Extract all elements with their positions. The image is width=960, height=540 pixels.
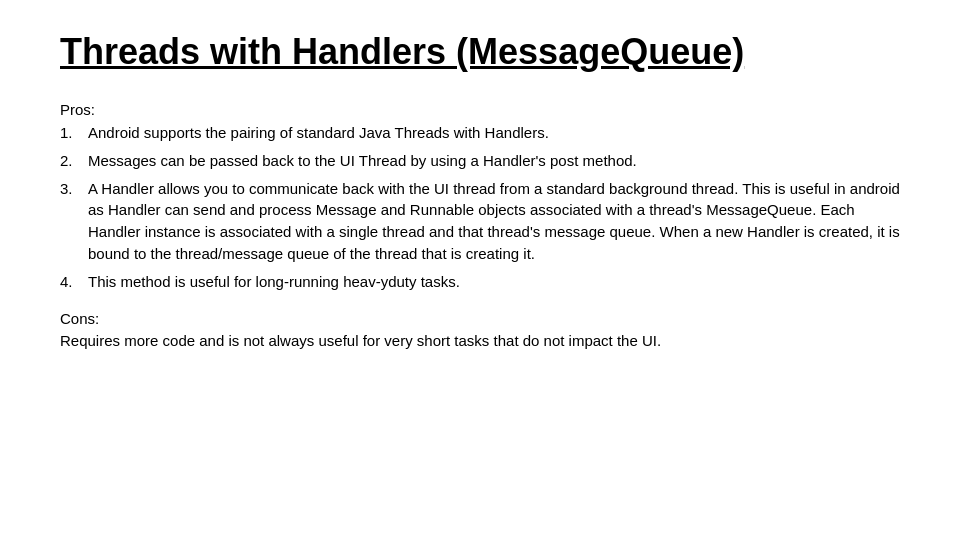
cons-label: Cons: (60, 308, 900, 330)
cons-section: Cons: Requires more code and is not alwa… (60, 308, 900, 352)
list-item-text: Android supports the pairing of standard… (88, 122, 900, 144)
page-container: Threads with Handlers (MessageQueue) Pro… (0, 0, 960, 382)
pros-list: 1.Android supports the pairing of standa… (60, 122, 900, 292)
list-item-num: 3. (60, 178, 88, 265)
list-item: 4.This method is useful for long-running… (60, 271, 900, 293)
page-title: Threads with Handlers (MessageQueue) (60, 30, 900, 73)
list-item: 2.Messages can be passed back to the UI … (60, 150, 900, 172)
list-item: 3.A Handler allows you to communicate ba… (60, 178, 900, 265)
list-item-num: 4. (60, 271, 88, 293)
pros-label: Pros: (60, 101, 900, 118)
list-item-num: 2. (60, 150, 88, 172)
list-item-text: Messages can be passed back to the UI Th… (88, 150, 900, 172)
list-item-text: A Handler allows you to communicate back… (88, 178, 900, 265)
list-item-num: 1. (60, 122, 88, 144)
cons-text: Requires more code and is not always use… (60, 330, 900, 352)
list-item-text: This method is useful for long-running h… (88, 271, 900, 293)
list-item: 1.Android supports the pairing of standa… (60, 122, 900, 144)
